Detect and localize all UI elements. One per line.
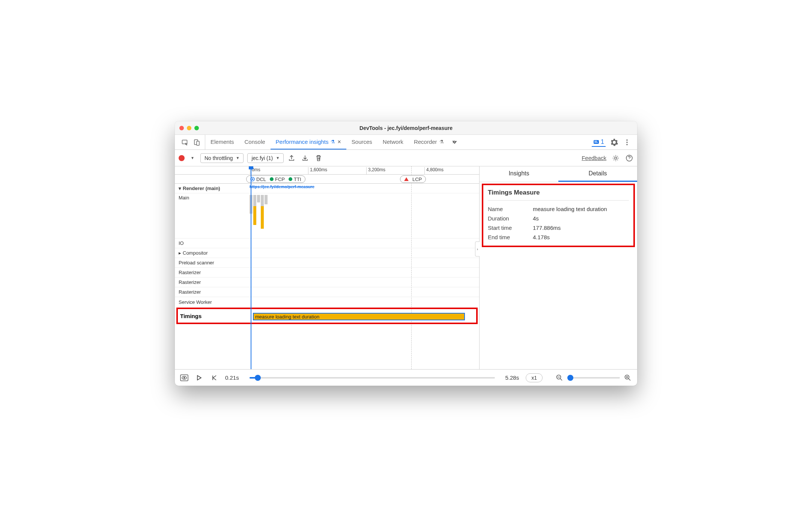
track-rasterizer-1[interactable]: Rasterizer — [175, 268, 479, 278]
side-tab-insights[interactable]: Insights — [480, 166, 558, 182]
time-ruler[interactable]: 0ms 1,600ms 3,200ms 4,800ms — [175, 166, 479, 175]
playback-scrubber[interactable] — [250, 377, 495, 379]
maximize-window-button[interactable] — [194, 126, 199, 130]
track-io[interactable]: IO — [175, 238, 479, 248]
scrubber-thumb[interactable] — [255, 375, 261, 381]
track-main[interactable]: Main — [175, 193, 479, 238]
inspect-tools — [177, 135, 205, 149]
side-tab-details[interactable]: Details — [558, 166, 637, 182]
detail-start-time: Start time 177.886ms — [488, 223, 629, 232]
marker-lcp[interactable]: LCP — [400, 175, 426, 183]
export-icon[interactable] — [287, 154, 296, 162]
track-preload-scanner[interactable]: Preload scanner — [175, 258, 479, 268]
track-compositor[interactable]: ▸Compositor — [175, 248, 479, 258]
recording-select-dropdown[interactable]: jec.fyi (1) ▼ — [247, 153, 284, 163]
inspect-element-icon[interactable] — [181, 138, 189, 146]
main-thread-activity — [250, 195, 268, 229]
tab-sources[interactable]: Sources — [346, 135, 377, 149]
tick-3200: 3,200ms — [366, 167, 385, 175]
side-pane: › Insights Details Timings Measure Name … — [480, 166, 637, 369]
tick-1600: 1,600ms — [308, 167, 327, 175]
throttling-dropdown[interactable]: No throttling ▼ — [200, 153, 244, 163]
svg-point-15 — [184, 377, 185, 378]
track-main-label: Main — [179, 195, 242, 201]
issues-count: 1 — [601, 139, 604, 145]
zoom-out-icon[interactable] — [555, 374, 564, 382]
detail-name-value: measure loading text duration — [533, 206, 607, 212]
zoom-controls — [555, 374, 632, 382]
svg-point-7 — [626, 142, 628, 143]
settings-icon[interactable] — [610, 138, 618, 146]
tab-elements-label: Elements — [211, 139, 234, 145]
playback-speed-pill[interactable]: x1 — [526, 373, 543, 382]
zoom-slider[interactable] — [567, 377, 620, 379]
svg-rect-4 — [594, 141, 597, 142]
timeline-pane[interactable]: 0ms 1,600ms 3,200ms 4,800ms DCL FCP TTI … — [175, 166, 480, 369]
more-tabs-icon[interactable]: » — [452, 138, 460, 146]
timings-track-highlight: Timings measure loading text duration — [176, 308, 478, 324]
tab-console[interactable]: Console — [239, 135, 271, 149]
svg-point-9 — [615, 157, 617, 159]
minimize-window-button[interactable] — [187, 126, 191, 130]
tabs-right-group: 1 — [592, 138, 635, 147]
playback-end-time: 5.28s — [505, 374, 519, 381]
tick-4800: 4,800ms — [424, 167, 444, 175]
detail-name-key: Name — [488, 206, 533, 212]
import-icon[interactable] — [301, 154, 309, 162]
zoom-thumb[interactable] — [567, 375, 573, 381]
tab-recorder-label: Recorder — [414, 139, 437, 145]
track-service-worker-label: Service Worker — [179, 299, 242, 305]
web-vitals-markers: DCL FCP TTI LCP — [175, 175, 479, 184]
flask-icon: ⚗ — [439, 139, 444, 145]
tab-elements[interactable]: Elements — [205, 135, 239, 149]
detail-end-key: End time — [488, 234, 533, 240]
detail-start-value: 177.886ms — [533, 225, 561, 231]
tab-recorder[interactable]: Recorder ⚗ — [409, 135, 449, 149]
feedback-link[interactable]: Feedback — [582, 155, 606, 161]
toolbar-right: Feedback — [582, 154, 633, 162]
preview-toggle-icon[interactable] — [180, 374, 188, 382]
svg-rect-5 — [594, 142, 598, 143]
record-button[interactable] — [179, 155, 185, 161]
tab-network[interactable]: Network — [377, 135, 409, 149]
close-window-button[interactable] — [179, 126, 184, 130]
detail-duration-value: 4s — [533, 215, 539, 222]
svg-point-8 — [626, 144, 628, 145]
record-dropdown-icon[interactable]: ▼ — [188, 154, 197, 162]
play-icon[interactable] — [195, 374, 203, 382]
details-section-title: Timings Measure — [488, 189, 629, 201]
user-timing-measure-bar[interactable]: measure loading text duration — [253, 313, 465, 320]
timings-track-label: Timings — [180, 313, 244, 319]
panel-settings-icon[interactable] — [612, 154, 620, 162]
svg-point-12 — [252, 178, 253, 180]
track-renderer-label: Renderer (main) — [183, 186, 220, 191]
devtools-window: DevTools - jec.fyi/demo/perf-measure Ele… — [175, 121, 637, 386]
track-compositor-label: Compositor — [183, 250, 208, 256]
skip-to-start-icon[interactable] — [210, 374, 218, 382]
panel-tabs: Elements Console Performance insights ⚗ … — [175, 135, 637, 150]
playback-start-time: 0.21s — [225, 374, 239, 381]
track-renderer[interactable]: ▾Renderer (main) https://jec.fyi/demo/pe… — [175, 184, 479, 193]
chevron-right-icon: ▸ — [179, 250, 181, 256]
playback-footer: 0.21s 5.28s x1 — [175, 369, 637, 386]
detail-start-key: Start time — [488, 225, 533, 231]
track-preload-scanner-label: Preload scanner — [179, 260, 242, 266]
collapse-sidebar-handle[interactable]: › — [475, 241, 480, 257]
track-service-worker[interactable]: Service Worker — [175, 297, 479, 307]
issues-badge[interactable]: 1 — [592, 138, 606, 147]
side-tab-details-label: Details — [589, 170, 607, 177]
delete-icon[interactable] — [314, 154, 323, 162]
help-icon[interactable] — [625, 154, 633, 162]
marker-group-initial[interactable]: DCL FCP TTI — [246, 175, 305, 183]
tab-perf-insights-label: Performance insights — [276, 139, 329, 145]
track-rasterizer-3[interactable]: Rasterizer — [175, 287, 479, 297]
titlebar: DevTools - jec.fyi/demo/perf-measure — [175, 121, 637, 135]
playhead[interactable] — [251, 166, 251, 369]
close-tab-icon[interactable]: × — [337, 139, 341, 145]
kebab-menu-icon[interactable] — [623, 138, 631, 146]
tab-network-label: Network — [383, 139, 403, 145]
zoom-in-icon[interactable] — [624, 374, 632, 382]
tab-performance-insights[interactable]: Performance insights ⚗ × — [271, 135, 346, 149]
track-rasterizer-2[interactable]: Rasterizer — [175, 278, 479, 287]
device-toggle-icon[interactable] — [193, 138, 201, 146]
